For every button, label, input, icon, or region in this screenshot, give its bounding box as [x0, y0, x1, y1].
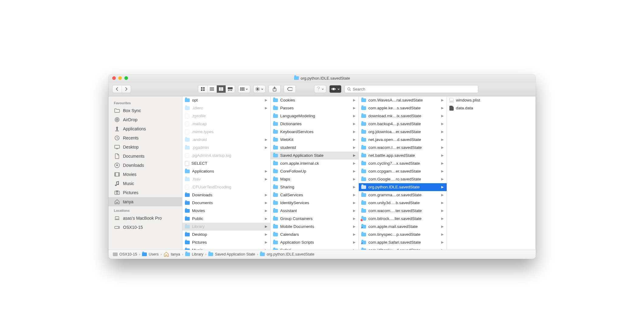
- list-item[interactable]: Music▶: [182, 246, 270, 250]
- list-item[interactable]: org.python.IDLE.savedState▶: [359, 183, 447, 191]
- list-item[interactable]: SELECT: [182, 160, 270, 167]
- forward-button[interactable]: [122, 85, 131, 93]
- list-item[interactable]: .pgadmin▶: [182, 144, 270, 152]
- list-item[interactable]: KeyboardServices▶: [271, 128, 358, 136]
- list-item[interactable]: .fsav▶: [182, 175, 270, 183]
- list-item[interactable]: Dictionaries▶: [271, 120, 358, 128]
- list-item[interactable]: com.wacom.…ter.savedState▶: [359, 207, 447, 215]
- list-item[interactable]: CallServices▶: [271, 191, 358, 199]
- sidebar-item[interactable]: Applications: [109, 124, 182, 133]
- search-field[interactable]: [345, 85, 478, 93]
- help-button[interactable]: [314, 85, 326, 93]
- tags-button[interactable]: [284, 85, 296, 93]
- list-item[interactable]: Assistant▶: [271, 207, 358, 215]
- sidebar-item[interactable]: Desktop: [109, 142, 182, 152]
- list-item[interactable]: Desktop▶: [182, 231, 270, 239]
- list-item[interactable]: .mime.types: [182, 128, 270, 136]
- list-item[interactable]: Calendars▶: [271, 231, 358, 239]
- list-item[interactable]: ↗com.apple.Safari.savedState▶: [359, 239, 447, 246]
- minimize-button[interactable]: [118, 76, 122, 80]
- sidebar-item[interactable]: Documents: [109, 152, 182, 161]
- sidebar-item[interactable]: tanya: [109, 197, 182, 206]
- list-item[interactable]: com.ccpgam…er.savedState▶: [359, 167, 447, 175]
- list-item[interactable]: ↗com.apple.mail.savedState▶: [359, 223, 447, 231]
- list-item[interactable]: Group Containers▶: [271, 215, 358, 223]
- group-button[interactable]: [238, 85, 250, 93]
- list-item[interactable]: .idlerc▶: [182, 104, 270, 112]
- gallery-view-button[interactable]: [226, 85, 235, 93]
- path-crumb[interactable]: Library: [185, 252, 203, 256]
- path-crumb[interactable]: Users: [142, 252, 159, 256]
- list-item[interactable]: Library▶: [182, 223, 270, 231]
- list-item[interactable]: org.jdownloa…er.savedState▶: [359, 128, 447, 136]
- list-item[interactable]: IdentityServices▶: [271, 199, 358, 207]
- list-item[interactable]: opt▶: [182, 96, 270, 104]
- search-input[interactable]: [353, 87, 476, 91]
- list-item[interactable]: Saved Application State▶: [271, 152, 358, 160]
- back-button[interactable]: [113, 85, 122, 93]
- action-button[interactable]: [254, 85, 265, 93]
- list-item[interactable]: com.idibacku…d.savedState▶: [359, 246, 447, 250]
- sidebar-item[interactable]: asas's MacBook Pro: [109, 214, 182, 223]
- zoom-button[interactable]: [124, 76, 128, 80]
- list-item[interactable]: xmlwindows.plist: [447, 96, 535, 104]
- list-item[interactable]: Sharing▶: [271, 183, 358, 191]
- path-crumb[interactable]: OSX10-15: [113, 252, 137, 256]
- list-item[interactable]: Pictures▶: [182, 239, 270, 246]
- path-crumb[interactable]: tanya: [164, 252, 180, 257]
- sidebar-item[interactable]: OSX10-15: [109, 223, 182, 232]
- column-view-button[interactable]: [216, 85, 226, 93]
- list-item[interactable]: Mobile Documents▶: [271, 223, 358, 231]
- list-item[interactable]: com.apple.internal.ck▶: [271, 160, 358, 167]
- list-item[interactable]: data.data: [447, 104, 535, 112]
- list-item[interactable]: com.cycling7…x.savedState▶: [359, 160, 447, 167]
- list-item[interactable]: Applications▶: [182, 167, 270, 175]
- list-item[interactable]: com.wacom.I…er.savedState▶: [359, 144, 447, 152]
- close-button[interactable]: [112, 76, 116, 80]
- list-item[interactable]: com.Google.…ro.savedState▶: [359, 175, 447, 183]
- list-item[interactable]: com.unity3d.…b.savedState▶: [359, 199, 447, 207]
- list-item[interactable]: Application Scripts▶: [271, 239, 358, 246]
- list-item[interactable]: com.gramma…or.savedState▶: [359, 191, 447, 199]
- list-item[interactable]: CoreFollowUp▶: [271, 167, 358, 175]
- list-item[interactable]: com.backup4…p.savedState▶: [359, 120, 447, 128]
- list-item[interactable]: LanguageModeling▶: [271, 112, 358, 120]
- list-item[interactable]: Maps▶: [271, 175, 358, 183]
- list-item[interactable]: Cookies▶: [271, 96, 358, 104]
- sidebar-item[interactable]: AirDrop: [109, 115, 182, 124]
- list-item[interactable]: download.mk…ix.savedState▶: [359, 112, 447, 120]
- sidebar-item[interactable]: Pictures: [109, 188, 182, 197]
- list-item[interactable]: com.apple.ke…s.savedState▶: [359, 104, 447, 112]
- path-crumb[interactable]: Saved Application State: [208, 252, 255, 256]
- sidebar-item[interactable]: Movies: [109, 170, 182, 179]
- sidebar-item-label: Box Sync: [123, 108, 141, 113]
- list-item[interactable]: com.WavesA…ral.savedState▶: [359, 96, 447, 104]
- list-item[interactable]: Movies▶: [182, 207, 270, 215]
- list-item[interactable]: WebKit▶: [271, 136, 358, 144]
- sidebar-item[interactable]: Box Sync: [109, 106, 182, 115]
- sidebar-item[interactable]: Music: [109, 179, 182, 188]
- list-item[interactable]: studentd▶: [271, 144, 358, 152]
- list-item[interactable]: Passes▶: [271, 104, 358, 112]
- path-crumb[interactable]: org.python.IDLE.savedState: [260, 252, 314, 256]
- share-button[interactable]: [269, 85, 280, 93]
- list-item[interactable]: Safari▶: [271, 246, 358, 250]
- documents-icon: [114, 153, 120, 159]
- list-item[interactable]: com.tinyspec…p.savedState▶: [359, 231, 447, 239]
- sidebar-item[interactable]: Recents: [109, 133, 182, 142]
- list-item[interactable]: .mailcap: [182, 120, 270, 128]
- sidebar-item[interactable]: Downloads: [109, 161, 182, 170]
- list-item[interactable]: .android▶: [182, 136, 270, 144]
- list-item[interactable]: Documents▶: [182, 199, 270, 207]
- list-view-button[interactable]: [207, 85, 216, 93]
- list-item[interactable]: Public▶: [182, 215, 270, 223]
- privacy-button[interactable]: [330, 85, 341, 93]
- list-item[interactable]: .CFUserTextEncoding: [182, 183, 270, 191]
- icon-view-button[interactable]: [198, 85, 207, 93]
- list-item[interactable]: .pgAdmin4.startup.log: [182, 152, 270, 160]
- list-item[interactable]: net.java.open…d.savedState▶: [359, 136, 447, 144]
- list-item[interactable]: −com.bitrock.…ller.savedState▶: [359, 215, 447, 223]
- list-item[interactable]: net.battle.app.savedState▶: [359, 152, 447, 160]
- list-item[interactable]: .zprofile: [182, 112, 270, 120]
- list-item[interactable]: Downloads▶: [182, 191, 270, 199]
